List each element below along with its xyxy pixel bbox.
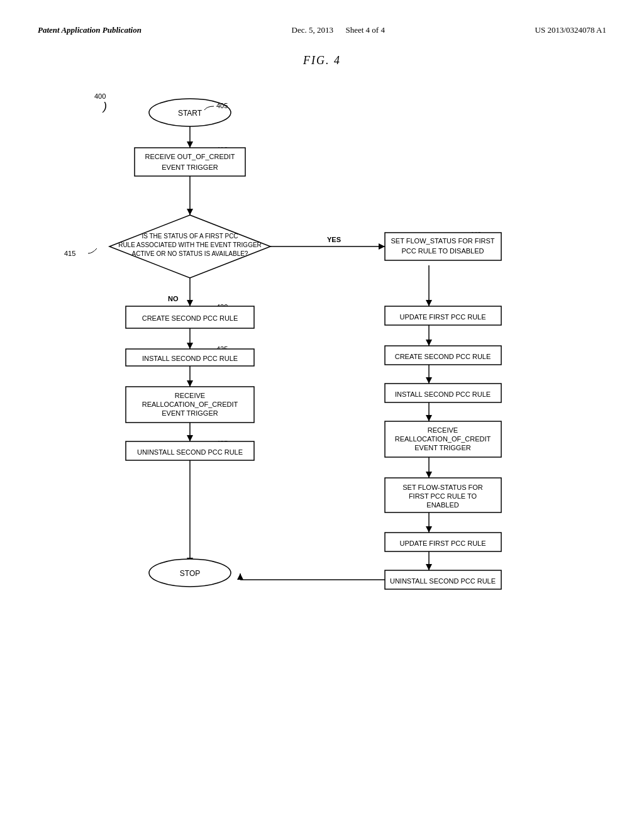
header-date: Dec. 5, 2013 Sheet 4 of 4 <box>292 25 385 35</box>
svg-text:UPDATE FIRST PCC RULE: UPDATE FIRST PCC RULE <box>399 540 486 547</box>
svg-text:UNINSTALL SECOND PCC RULE: UNINSTALL SECOND PCC RULE <box>137 448 243 456</box>
svg-text:FIRST PCC RULE TO: FIRST PCC RULE TO <box>409 492 477 500</box>
header-right: US 2013/0324078 A1 <box>535 25 606 35</box>
svg-text:START: START <box>178 109 203 118</box>
header-left: Patent Application Publication <box>38 25 142 35</box>
svg-marker-17 <box>187 380 193 387</box>
header: Patent Application Publication Dec. 5, 2… <box>38 25 606 35</box>
svg-marker-41 <box>426 526 432 533</box>
svg-marker-44 <box>426 564 432 570</box>
svg-text:EVENT TRIGGER: EVENT TRIGGER <box>162 409 218 417</box>
svg-marker-14 <box>187 343 193 349</box>
svg-text:RECEIVE: RECEIVE <box>175 392 205 399</box>
svg-marker-4 <box>187 209 193 215</box>
svg-text:CREATE SECOND PCC RULE: CREATE SECOND PCC RULE <box>395 353 491 360</box>
svg-text:EVENT TRIGGER: EVENT TRIGGER <box>162 163 218 171</box>
svg-marker-29 <box>426 340 432 346</box>
svg-text:PCC RULE TO DISABLED: PCC RULE TO DISABLED <box>401 247 484 255</box>
svg-text:YES: YES <box>327 236 341 243</box>
svg-text:405: 405 <box>216 102 228 109</box>
svg-marker-1 <box>187 141 193 148</box>
fig-title: FIG. 4 <box>38 54 606 67</box>
svg-text:ENABLED: ENABLED <box>426 501 458 509</box>
svg-text:RULE ASSOCIATED WITH THE EVENT: RULE ASSOCIATED WITH THE EVENT TRIGGER <box>118 241 262 248</box>
svg-text:STOP: STOP <box>180 569 200 578</box>
svg-text:415: 415 <box>64 250 75 257</box>
svg-marker-26 <box>426 300 432 306</box>
svg-text:UNINSTALL SECOND PCC RULE: UNINSTALL SECOND PCC RULE <box>390 577 496 585</box>
diagram-container: 410 415 YES NO 420 425 <box>52 80 592 646</box>
svg-text:IS THE STATUS OF A FIRST PCC: IS THE STATUS OF A FIRST PCC <box>142 233 238 240</box>
svg-text:CREATE SECOND PCC RULE: CREATE SECOND PCC RULE <box>142 314 238 322</box>
svg-text:UPDATE FIRST PCC RULE: UPDATE FIRST PCC RULE <box>399 313 486 321</box>
svg-rect-55 <box>135 148 245 176</box>
svg-text:INSTALL SECOND PCC RULE: INSTALL SECOND PCC RULE <box>395 390 491 398</box>
svg-marker-20 <box>187 435 193 441</box>
svg-text:EVENT TRIGGER: EVENT TRIGGER <box>414 444 471 451</box>
svg-text:400: 400 <box>94 92 106 100</box>
svg-text:REALLOCATION_OF_CREDIT: REALLOCATION_OF_CREDIT <box>142 401 238 408</box>
svg-text:): ) <box>102 100 107 113</box>
flowchart-svg: 410 415 YES NO 420 425 <box>52 80 592 646</box>
svg-text:SET FLOW-STATUS FOR: SET FLOW-STATUS FOR <box>402 484 483 491</box>
page: Patent Application Publication Dec. 5, 2… <box>0 0 644 830</box>
svg-text:RECEIVE OUT_OF_CREDIT: RECEIVE OUT_OF_CREDIT <box>145 153 235 160</box>
svg-marker-35 <box>426 415 432 421</box>
svg-text:INSTALL SECOND PCC RULE: INSTALL SECOND PCC RULE <box>142 355 238 362</box>
svg-text:REALLOCATION_OF_CREDIT: REALLOCATION_OF_CREDIT <box>395 435 491 443</box>
svg-text:ACTIVE OR NO STATUS IS AVAILAB: ACTIVE OR NO STATUS IS AVAILABLE? <box>132 250 248 257</box>
svg-marker-10 <box>187 300 193 306</box>
svg-marker-38 <box>426 472 432 478</box>
svg-text:NO: NO <box>168 295 179 302</box>
svg-text:SET FLOW_STATUS FOR FIRST: SET FLOW_STATUS FOR FIRST <box>391 237 494 245</box>
svg-marker-48 <box>237 573 243 580</box>
svg-marker-7 <box>379 243 385 250</box>
svg-marker-32 <box>426 377 432 384</box>
svg-text:RECEIVE: RECEIVE <box>428 426 458 434</box>
